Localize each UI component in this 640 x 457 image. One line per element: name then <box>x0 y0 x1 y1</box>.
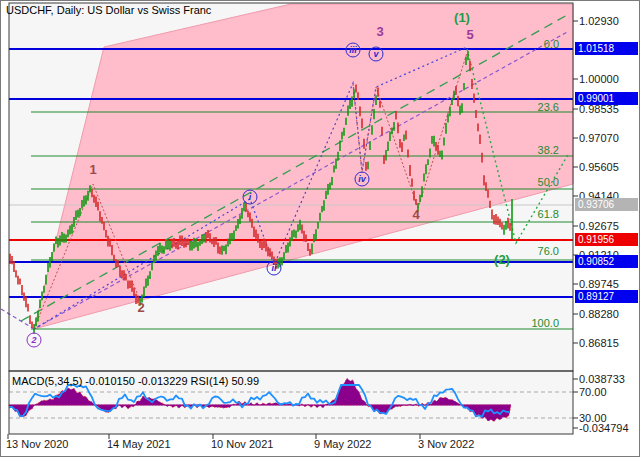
circled-wave-label-2: 2 <box>27 333 42 348</box>
wave-label-5: 5 <box>466 27 473 42</box>
price-level-badge-0.93706: 0.93706 <box>575 198 638 211</box>
time-axis-label: 3 Nov 2022 <box>418 438 474 450</box>
price-axis-tick: 0.88280 <box>579 308 619 320</box>
price-axis-tick: 0.97070 <box>579 132 619 144</box>
fib-level-label-0.0: 0.0 <box>544 38 559 50</box>
macd-axis-tick: 70.00 <box>579 386 607 398</box>
macd-axis-tick: -0.034794 <box>579 422 629 434</box>
fib-level-label-23.6: 23.6 <box>538 101 559 113</box>
fib-level-label-38.2: 38.2 <box>538 144 559 156</box>
wave-label-4: 4 <box>412 207 419 222</box>
price-chart-canvas[interactable] <box>1 1 640 457</box>
price-axis-tick: 1.00000 <box>579 73 619 85</box>
price-axis-tick: 0.89745 <box>579 278 619 290</box>
fib-level-label-76.0: 76.0 <box>538 245 559 257</box>
circled-wave-label-v: v <box>369 47 384 62</box>
price-level-badge-0.89127: 0.89127 <box>575 290 638 303</box>
time-axis-label: 14 May 2021 <box>107 438 171 450</box>
macd-axis-tick: 0.038733 <box>579 373 625 385</box>
circled-wave-label-i: i <box>243 190 258 205</box>
wave-label-2: 2 <box>137 300 144 315</box>
circled-wave-label-iii: iii <box>346 43 361 58</box>
wave-label-3: 3 <box>376 24 383 39</box>
wave-label-1: (1) <box>454 10 470 25</box>
price-level-badge-1.01518: 1.01518 <box>575 42 638 55</box>
fib-level-label-50.0: 50.0 <box>538 176 559 188</box>
price-axis-tick: 1.02930 <box>579 15 619 27</box>
fib-level-label-61.8: 61.8 <box>538 208 559 220</box>
time-axis-label: 9 May 2022 <box>314 438 371 450</box>
price-level-badge-0.99001: 0.99001 <box>575 92 638 105</box>
circled-wave-label-iv: iv <box>355 172 370 187</box>
circled-wave-label-ii: ii <box>267 261 282 276</box>
fib-level-label-100.0: 100.0 <box>531 317 559 329</box>
price-axis-tick: 0.95605 <box>579 161 619 173</box>
macd-indicator-label: MACD(5,34,5) -0.010150 -0.013229 RSI(14)… <box>12 375 259 387</box>
time-axis-label: 13 Nov 2020 <box>6 438 68 450</box>
price-axis-tick: 0.86815 <box>579 337 619 349</box>
wave-label-1: 1 <box>89 162 96 177</box>
price-level-badge-0.90852: 0.90852 <box>575 255 638 268</box>
time-axis-label: 10 Nov 2021 <box>211 438 273 450</box>
price-axis-tick: 0.92675 <box>579 220 619 232</box>
wave-label-2: (2) <box>494 252 510 267</box>
chart-window: USDCHF, Daily: US Dollar vs Swiss Franc … <box>0 0 640 457</box>
chart-title: USDCHF, Daily: US Dollar vs Swiss Franc <box>6 4 211 16</box>
price-level-badge-0.91956: 0.91956 <box>575 233 638 246</box>
